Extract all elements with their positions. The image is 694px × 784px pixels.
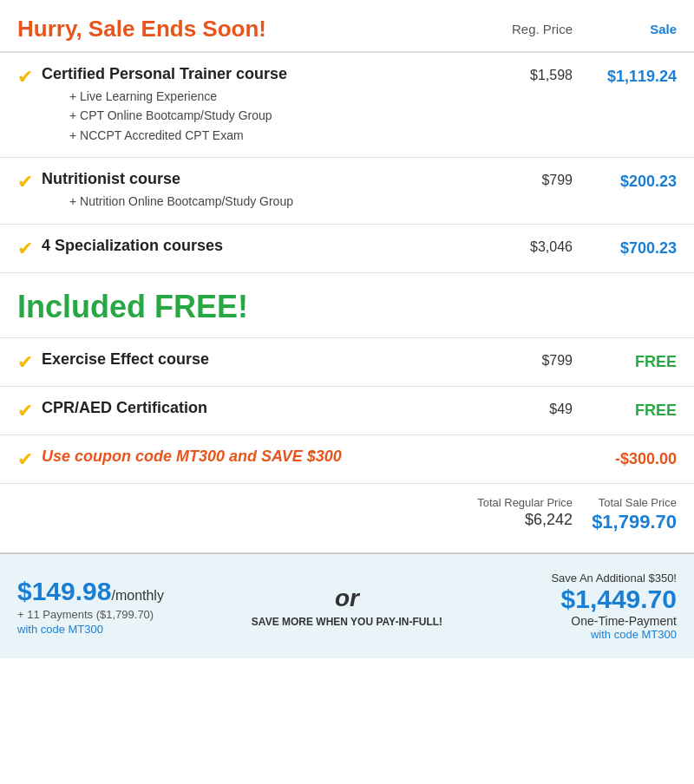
check-icon: ✔ bbox=[17, 351, 33, 374]
check-icon: ✔ bbox=[17, 400, 33, 422]
sub-item: + Nutrition Online Bootcamp/Study Group bbox=[69, 192, 293, 211]
free-row-coupon: ✔ Use coupon code MT300 and SAVE $300 -$… bbox=[0, 435, 694, 484]
main-rows: ✔ Certified Personal Trainer course + Li… bbox=[0, 53, 694, 273]
reg-price: $1,598 bbox=[494, 65, 590, 83]
included-free-section: Included FREE! bbox=[0, 273, 694, 338]
row-sub-items: + Nutrition Online Bootcamp/Study Group bbox=[69, 192, 293, 211]
monthly-code: with code MT300 bbox=[17, 623, 237, 636]
reg-price bbox=[494, 448, 590, 450]
price-cells: $799 FREE bbox=[494, 350, 677, 371]
main-container: Hurry, Sale Ends Soon! Reg. Price Sale ✔… bbox=[0, 0, 694, 658]
row-title: Use coupon code MT300 and SAVE $300 bbox=[42, 448, 494, 466]
row-sub-items: + Live Learning Experience+ CPT Online B… bbox=[69, 87, 287, 145]
sale-price: FREE bbox=[590, 350, 677, 371]
payment-bar: $149.98/monthly + 11 Payments ($1,799.70… bbox=[0, 552, 694, 658]
row-title: Exercise Effect course bbox=[42, 350, 494, 369]
reg-price: $799 bbox=[494, 170, 590, 188]
price-row-specialization: ✔ 4 Specialization courses $3,046 $700.2… bbox=[0, 225, 694, 273]
header-row: Hurry, Sale Ends Soon! Reg. Price Sale bbox=[0, 0, 694, 53]
total-sale-label: Total Sale Price bbox=[590, 494, 677, 512]
sale-price: -$300.00 bbox=[590, 448, 677, 468]
total-reg-label: Total Regular Price bbox=[477, 494, 573, 512]
check-icon: ✔ bbox=[17, 448, 33, 471]
reg-price: $799 bbox=[494, 350, 590, 369]
sub-item: + NCCPT Accredited CPT Exam bbox=[69, 126, 287, 145]
header-title: Hurry, Sale Ends Soon! bbox=[17, 16, 266, 42]
row-title: CPR/AED Certification bbox=[42, 399, 494, 417]
sale-price: $200.23 bbox=[590, 170, 677, 191]
sub-item: + CPT Online Bootcamp/Study Group bbox=[69, 106, 287, 125]
total-reg-amount: $6,242 bbox=[477, 511, 573, 529]
payment-or: or SAVE MORE WHEN YOU PAY-IN-FULL! bbox=[237, 585, 456, 628]
payment-monthly: $149.98/monthly + 11 Payments ($1,799.70… bbox=[17, 577, 237, 637]
full-amount: $1,449.70 bbox=[457, 585, 677, 614]
price-cells: $1,598 $1,119.24 bbox=[494, 65, 677, 86]
header-cols: Reg. Price Sale bbox=[494, 22, 677, 36]
total-sale-amount: $1,799.70 bbox=[590, 511, 677, 533]
monthly-sub: + 11 Payments ($1,799.70) bbox=[17, 606, 237, 624]
full-label: One-Time-Payment bbox=[457, 614, 677, 628]
full-save: Save An Additional $350! bbox=[457, 572, 677, 585]
row-title: Nutritionist course bbox=[42, 170, 293, 188]
price-row-cpt: ✔ Certified Personal Trainer course + Li… bbox=[0, 53, 694, 158]
free-rows: ✔ Exercise Effect course $799 FREE ✔ CPR… bbox=[0, 338, 694, 484]
reg-price: $49 bbox=[494, 399, 590, 417]
price-cells: $799 $200.23 bbox=[494, 170, 677, 191]
row-title: 4 Specialization courses bbox=[42, 237, 223, 255]
sub-item: + Live Learning Experience bbox=[69, 87, 287, 106]
monthly-period: /monthly bbox=[111, 588, 163, 603]
price-cells: -$300.00 bbox=[494, 448, 677, 468]
check-icon: ✔ bbox=[17, 171, 33, 193]
check-icon: ✔ bbox=[17, 66, 33, 88]
price-row-nutritionist: ✔ Nutritionist course + Nutrition Online… bbox=[0, 158, 694, 224]
reg-price: $3,046 bbox=[494, 237, 590, 255]
full-code: with code MT300 bbox=[457, 628, 677, 641]
included-free-text: Included FREE! bbox=[17, 289, 677, 325]
payment-full: Save An Additional $350! $1,449.70 One-T… bbox=[457, 572, 677, 641]
row-title: Certified Personal Trainer course bbox=[42, 65, 287, 83]
sale-price: $700.23 bbox=[590, 237, 677, 258]
or-sub: SAVE MORE WHEN YOU PAY-IN-FULL! bbox=[237, 616, 456, 628]
header-sale-label: Sale bbox=[590, 22, 677, 36]
totals-row: Total Regular Price $6,242 Total Sale Pr… bbox=[0, 484, 694, 546]
check-icon: ✔ bbox=[17, 238, 33, 260]
sale-price: FREE bbox=[590, 399, 677, 420]
free-row-exercise: ✔ Exercise Effect course $799 FREE bbox=[0, 338, 694, 387]
free-row-cpr: ✔ CPR/AED Certification $49 FREE bbox=[0, 387, 694, 435]
price-cells: $49 FREE bbox=[494, 399, 677, 420]
price-cells: $3,046 $700.23 bbox=[494, 237, 677, 258]
header-reg-label: Reg. Price bbox=[494, 22, 590, 36]
sale-price: $1,119.24 bbox=[590, 65, 677, 86]
monthly-amount: $149.98 bbox=[17, 577, 111, 605]
or-text: or bbox=[237, 585, 456, 612]
